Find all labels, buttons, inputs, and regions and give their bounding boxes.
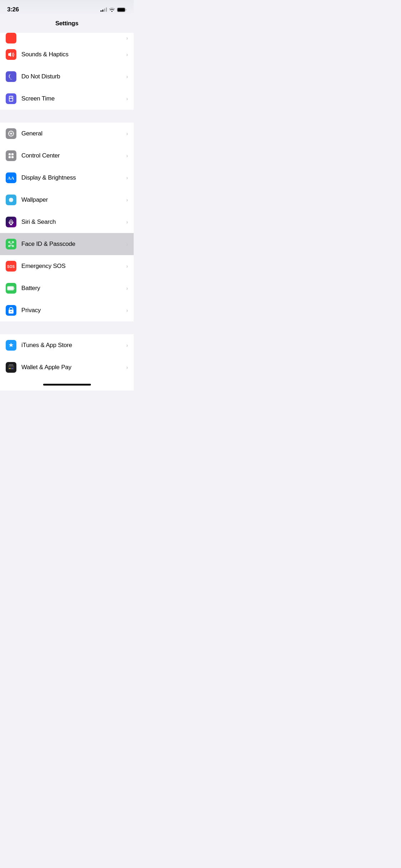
svg-point-14 <box>11 198 12 199</box>
chevron-icon: › <box>126 197 128 203</box>
battery-status-icon <box>117 7 127 12</box>
svg-point-21 <box>9 201 10 202</box>
wallet-applepay-icon <box>6 362 16 373</box>
status-icons <box>101 7 127 12</box>
general-icon <box>6 128 16 139</box>
svg-rect-29 <box>12 246 14 247</box>
chevron-icon: › <box>126 175 128 181</box>
list-item-general[interactable]: General › <box>0 123 134 145</box>
svg-point-20 <box>12 198 13 199</box>
wallet-applepay-label: Wallet & Apple Pay <box>21 364 126 371</box>
display-brightness-label: Display & Brightness <box>21 174 126 181</box>
svg-point-19 <box>12 201 13 202</box>
signal-bars-icon <box>101 7 107 12</box>
chevron-icon: › <box>126 342 128 348</box>
page-title: Settings <box>0 16 134 33</box>
svg-rect-5 <box>11 97 12 98</box>
partial-icon <box>6 33 16 43</box>
svg-rect-1 <box>118 8 125 11</box>
wallpaper-icon <box>6 195 16 205</box>
chevron-icon: › <box>126 74 128 79</box>
screen-time-icon <box>6 93 16 104</box>
svg-rect-27 <box>12 242 14 243</box>
chevron-icon: › <box>126 153 128 159</box>
control-center-label: Control Center <box>21 152 126 159</box>
chevron-icon: › <box>126 308 128 313</box>
list-item-partial[interactable]: › <box>0 33 134 43</box>
svg-point-17 <box>12 200 14 201</box>
svg-rect-40 <box>9 368 11 369</box>
svg-rect-35 <box>8 287 14 290</box>
list-item-sounds-haptics[interactable]: Sounds & Haptics › <box>0 43 134 66</box>
group-separator-2 <box>0 321 134 334</box>
siri-search-label: Siri & Search <box>21 218 126 226</box>
emergency-sos-label: Emergency SOS <box>21 263 126 270</box>
svg-rect-8 <box>9 153 11 155</box>
svg-rect-9 <box>11 153 14 155</box>
list-item-wallpaper[interactable]: Wallpaper › <box>0 189 134 211</box>
itunes-appstore-icon <box>6 340 16 351</box>
settings-group-0: › Sounds & Haptics › Do Not Disturb › <box>0 33 134 110</box>
battery-icon <box>6 283 16 294</box>
list-item-siri-search[interactable]: Siri & Search › <box>0 211 134 233</box>
svg-rect-10 <box>9 156 11 158</box>
svg-rect-3 <box>10 99 12 101</box>
svg-point-7 <box>10 133 12 135</box>
chevron-icon: › <box>126 263 128 269</box>
chevron-icon: › <box>126 365 128 370</box>
face-id-label: Face ID & Passcode <box>21 241 126 248</box>
svg-rect-26 <box>9 242 10 243</box>
svg-point-23 <box>10 221 12 223</box>
svg-point-37 <box>11 311 12 312</box>
svg-point-30 <box>10 243 11 244</box>
status-bar: 3:26 <box>0 0 134 16</box>
siri-search-icon <box>6 217 16 227</box>
list-item-wallet-applepay[interactable]: Wallet & Apple Pay › <box>0 356 134 378</box>
list-item-display-brightness[interactable]: AA Display & Brightness › <box>0 167 134 189</box>
list-item-screen-time[interactable]: Screen Time › <box>0 88 134 110</box>
svg-point-16 <box>9 200 10 201</box>
settings-group-2: iTunes & App Store › Wallet & Apple Pay … <box>0 334 134 378</box>
list-item-control-center[interactable]: Control Center › <box>0 145 134 167</box>
home-indicator <box>0 378 134 391</box>
wallpaper-label: Wallpaper <box>21 196 126 203</box>
chevron-icon: › <box>126 96 128 102</box>
display-brightness-icon: AA <box>6 172 16 183</box>
list-item-itunes-appstore[interactable]: iTunes & App Store › <box>0 334 134 356</box>
itunes-appstore-label: iTunes & App Store <box>21 342 126 349</box>
svg-point-15 <box>11 201 12 202</box>
list-item-do-not-disturb[interactable]: Do Not Disturb › <box>0 66 134 88</box>
svg-text:SOS: SOS <box>7 265 15 269</box>
list-item-battery[interactable]: Battery › <box>0 277 134 299</box>
home-bar <box>43 384 91 386</box>
group-separator-1 <box>0 110 134 123</box>
list-item-face-id[interactable]: Face ID & Passcode › <box>0 233 134 255</box>
chevron-icon: › <box>126 52 128 57</box>
emergency-sos-icon: SOS <box>6 261 16 272</box>
privacy-icon <box>6 305 16 316</box>
svg-rect-43 <box>9 365 13 365</box>
svg-rect-4 <box>10 97 11 98</box>
settings-group-1: General › Control Center › AA Display & … <box>0 123 134 321</box>
chevron-icon: › <box>126 285 128 291</box>
control-center-icon <box>6 150 16 161</box>
general-label: General <box>21 130 126 137</box>
chevron-icon: › <box>126 219 128 225</box>
svg-point-18 <box>9 198 10 199</box>
chevron-icon: › <box>126 35 128 41</box>
do-not-disturb-label: Do Not Disturb <box>21 73 126 80</box>
screen-time-label: Screen Time <box>21 95 126 102</box>
svg-rect-11 <box>11 156 14 158</box>
privacy-label: Privacy <box>21 307 126 314</box>
svg-rect-28 <box>9 246 10 247</box>
list-item-emergency-sos[interactable]: SOS Emergency SOS › <box>0 255 134 277</box>
status-time: 3:26 <box>7 6 19 13</box>
sounds-haptics-icon <box>6 49 16 60</box>
do-not-disturb-icon <box>6 71 16 82</box>
svg-point-31 <box>12 243 12 244</box>
battery-label: Battery <box>21 285 126 292</box>
wifi-icon <box>109 7 115 12</box>
svg-text:AA: AA <box>7 175 14 181</box>
svg-rect-41 <box>11 368 13 369</box>
list-item-privacy[interactable]: Privacy › <box>0 299 134 321</box>
